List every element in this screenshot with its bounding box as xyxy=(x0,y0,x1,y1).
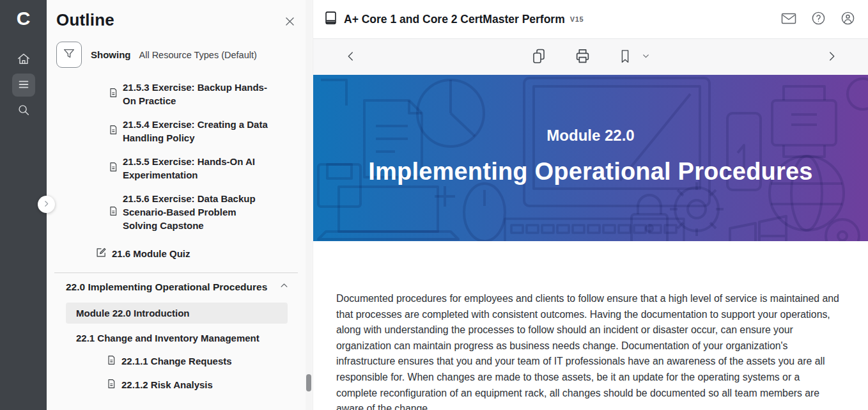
comptia-logo: C xyxy=(17,6,31,31)
filter-row: Showing All Resource Types (Default) xyxy=(56,42,313,68)
chevron-down-icon xyxy=(642,52,650,62)
outline-item-21-6-quiz[interactable]: 21.6 Module Quiz xyxy=(96,247,313,260)
bookmark-button[interactable] xyxy=(619,49,632,66)
section-label: 22.0 Implementing Operational Procedures xyxy=(66,281,267,293)
list-icon xyxy=(17,77,31,93)
bookmark-icon xyxy=(619,49,632,66)
header-actions xyxy=(781,11,855,28)
chevron-right-icon xyxy=(826,51,837,64)
print-icon xyxy=(575,48,591,66)
panel-expand-button[interactable] xyxy=(38,196,55,213)
outline-item-21-5-3[interactable]: 21.5.3 Exercise: Backup Hands-On Practic… xyxy=(108,81,293,107)
funnel-icon xyxy=(62,47,76,63)
outline-item-module-22-0-intro-selected[interactable]: Module 22.0 Introduction xyxy=(66,303,288,324)
outline-item-22-1-1[interactable]: 22.1.1 Change Requests xyxy=(106,355,313,367)
document-icon xyxy=(108,125,118,138)
outline-item-22-1-2[interactable]: 22.1.2 Risk Analysis xyxy=(106,379,313,391)
help-button[interactable] xyxy=(811,11,826,28)
outline-item-label: 21.5.6 Exercise: Data Backup Scenario-Ba… xyxy=(123,192,271,232)
intro-paragraph: Documented procedures for employees and … xyxy=(313,241,868,410)
showing-value: All Resource Types (Default) xyxy=(139,50,257,60)
bookmark-group xyxy=(619,49,650,66)
main-content: A+ Core 1 and Core 2 CertMaster Perform … xyxy=(313,0,868,410)
outline-item-21-5-5[interactable]: 21.5.5 Exercise: Hands-On AI Experimenta… xyxy=(108,155,293,182)
outline-scrollbar-thumb[interactable] xyxy=(306,374,311,391)
course-header: A+ Core 1 and Core 2 CertMaster Perform … xyxy=(313,0,868,39)
chevron-right-icon xyxy=(42,199,50,210)
app-root: C Outline xyxy=(0,0,868,410)
document-icon xyxy=(106,355,116,367)
banner-module-label: Module 22.0 xyxy=(546,127,634,145)
search-button[interactable] xyxy=(12,99,35,122)
banner-module-title: Implementing Operational Procedures xyxy=(368,158,812,185)
messages-button[interactable] xyxy=(781,12,796,27)
print-button[interactable] xyxy=(575,48,591,66)
paging-toolbar xyxy=(313,39,868,75)
account-button[interactable] xyxy=(841,11,855,28)
outline-item-22-1[interactable]: 22.1 Change and Inventory Management xyxy=(76,333,313,343)
outline-item-label: 22.1.2 Risk Analysis xyxy=(121,379,213,390)
copy-button[interactable] xyxy=(531,48,546,67)
outline-item-label: 22.1.1 Change Requests xyxy=(121,356,232,367)
copy-icon xyxy=(531,48,546,67)
course-title: A+ Core 1 and Core 2 CertMaster Perform xyxy=(344,13,565,26)
bookmark-menu-button[interactable] xyxy=(642,52,650,62)
outline-list: 21.5.3 Exercise: Backup Hands-On Practic… xyxy=(47,81,313,260)
close-outline-button[interactable] xyxy=(284,15,296,29)
chevron-left-icon xyxy=(345,51,357,64)
outline-item-21-5-4[interactable]: 21.5.4 Exercise: Creating a Data Handlin… xyxy=(108,118,293,145)
account-icon xyxy=(841,11,855,28)
outline-panel: Outline Showing All Resource Types (Defa… xyxy=(47,0,313,410)
course-version: V15 xyxy=(570,15,584,23)
outline-item-21-5-6[interactable]: 21.5.6 Exercise: Data Backup Scenario-Ba… xyxy=(108,192,293,232)
help-icon xyxy=(811,11,826,28)
outline-item-label: 21.5.5 Exercise: Hands-On AI Experimenta… xyxy=(123,155,271,182)
outline-toggle-button[interactable] xyxy=(12,74,35,97)
search-icon xyxy=(17,103,31,119)
lesson-body: Documented procedures for employees and … xyxy=(313,241,868,410)
mail-icon xyxy=(781,12,796,27)
home-button[interactable] xyxy=(12,48,35,71)
module-banner: Module 22.0 Implementing Operational Pro… xyxy=(313,75,868,241)
ereader-icon xyxy=(324,11,337,28)
outline-divider xyxy=(54,272,298,273)
document-icon xyxy=(106,379,116,391)
outline-item-label: 21.6 Module Quiz xyxy=(112,248,190,259)
close-icon xyxy=(284,20,296,29)
outline-section-22-0[interactable]: 22.0 Implementing Operational Procedures xyxy=(66,281,289,293)
home-icon xyxy=(17,52,31,68)
document-icon xyxy=(108,206,118,219)
previous-page-button[interactable] xyxy=(345,51,357,64)
document-icon xyxy=(108,88,118,100)
toolbar-center-group xyxy=(531,48,650,67)
showing-label: Showing xyxy=(91,49,131,60)
edit-icon xyxy=(96,247,107,260)
document-icon xyxy=(108,162,118,175)
outline-item-label: 21.5.3 Exercise: Backup Hands-On Practic… xyxy=(123,81,271,107)
next-page-button[interactable] xyxy=(826,51,837,64)
outline-scrollbar xyxy=(306,0,312,410)
outline-item-label: 21.5.4 Exercise: Creating a Data Handlin… xyxy=(123,118,271,145)
chevron-up-icon xyxy=(279,281,289,293)
outline-panel-header: Outline xyxy=(47,0,313,30)
outline-title: Outline xyxy=(56,10,114,30)
filter-button[interactable] xyxy=(56,42,82,68)
